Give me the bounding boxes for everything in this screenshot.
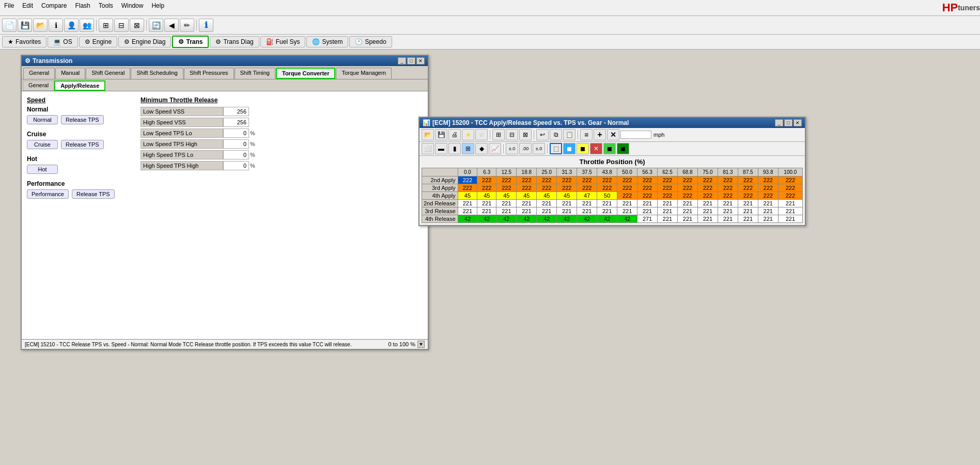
table-cell[interactable]: 222 bbox=[658, 184, 678, 192]
toolbar-user2[interactable]: 👥 bbox=[80, 19, 94, 32]
table-cell[interactable]: 221 bbox=[557, 207, 577, 215]
cruise-btn[interactable]: Cruise bbox=[27, 140, 58, 149]
table-cell[interactable]: 45 bbox=[517, 192, 537, 200]
tcc-grid3-btn[interactable]: ⊠ bbox=[519, 129, 532, 140]
table-cell[interactable]: 222 bbox=[496, 177, 517, 184]
tab-general[interactable]: General bbox=[23, 68, 55, 79]
normal-btn[interactable]: Normal bbox=[27, 115, 58, 124]
table-cell[interactable]: 221 bbox=[778, 207, 802, 215]
sub-tab-general[interactable]: General bbox=[23, 81, 54, 91]
table-cell[interactable]: 42 bbox=[496, 215, 517, 223]
table-cell[interactable]: 222 bbox=[697, 184, 718, 192]
table-cell[interactable]: 222 bbox=[557, 177, 577, 184]
table-cell[interactable]: 222 bbox=[658, 177, 678, 184]
table-cell[interactable]: 222 bbox=[697, 177, 718, 184]
table-cell[interactable]: 222 bbox=[677, 177, 697, 184]
table-cell[interactable]: 221 bbox=[517, 207, 537, 215]
table-cell[interactable]: 222 bbox=[637, 184, 658, 192]
table-cell[interactable]: 221 bbox=[718, 200, 738, 207]
tcc-maximize-btn[interactable]: □ bbox=[784, 119, 792, 126]
table-cell[interactable]: 222 bbox=[477, 184, 496, 192]
hot-btn[interactable]: Hot bbox=[27, 165, 58, 174]
tcc-star2-btn[interactable]: ☆ bbox=[475, 129, 488, 140]
low-speed-tps-high-input[interactable] bbox=[223, 139, 249, 149]
table-cell[interactable]: 222 bbox=[617, 192, 637, 200]
table-cell[interactable]: 221 bbox=[658, 200, 678, 207]
table-cell[interactable]: 221 bbox=[537, 200, 557, 207]
tcc-x-btn[interactable]: ✕ bbox=[607, 129, 619, 140]
tcc-row-btn[interactable]: ▬ bbox=[435, 143, 447, 154]
table-cell[interactable]: 42 bbox=[517, 215, 537, 223]
table-cell[interactable]: 221 bbox=[738, 207, 758, 215]
table-cell[interactable]: 221 bbox=[637, 207, 658, 215]
table-cell[interactable]: 221 bbox=[458, 207, 477, 215]
table-cell[interactable]: 222 bbox=[738, 192, 758, 200]
table-cell[interactable]: 222 bbox=[637, 177, 658, 184]
menu-edit[interactable]: Edit bbox=[18, 1, 37, 14]
table-cell[interactable]: 222 bbox=[738, 184, 758, 192]
table-cell[interactable]: 222 bbox=[718, 177, 738, 184]
table-cell[interactable]: 42 bbox=[537, 215, 557, 223]
table-cell[interactable]: 221 bbox=[537, 207, 557, 215]
performance-release-tps-btn[interactable]: Release TPS bbox=[72, 189, 115, 199]
table-cell[interactable]: 221 bbox=[778, 215, 802, 223]
table-cell[interactable]: 222 bbox=[718, 184, 738, 192]
toolbar-grid[interactable]: ⊞ bbox=[99, 19, 113, 32]
table-cell[interactable]: 221 bbox=[617, 207, 637, 215]
table-cell[interactable]: 221 bbox=[778, 200, 802, 207]
tcc-yellow-btn[interactable]: ◼ bbox=[577, 143, 589, 154]
menu-compare[interactable]: Compare bbox=[37, 1, 71, 14]
table-cell[interactable]: 221 bbox=[677, 200, 697, 207]
table-cell[interactable]: 221 bbox=[718, 207, 738, 215]
table-cell[interactable]: 45 bbox=[458, 192, 477, 200]
tcc-undo-btn[interactable]: ↩ bbox=[536, 129, 549, 140]
table-cell[interactable]: 221 bbox=[496, 207, 517, 215]
table-cell[interactable]: 221 bbox=[758, 215, 778, 223]
navtab-fuel-sys[interactable]: ⛽ Fuel Sys bbox=[260, 36, 306, 47]
table-cell[interactable]: 222 bbox=[617, 184, 637, 192]
table-cell[interactable]: 221 bbox=[658, 207, 678, 215]
table-cell[interactable]: 221 bbox=[658, 215, 678, 223]
status-scroll-btn[interactable]: ▼ bbox=[417, 341, 425, 348]
tcc-grid1-btn[interactable]: ⊞ bbox=[492, 129, 505, 140]
toolbar-new[interactable]: 📄 bbox=[2, 19, 17, 32]
tcc-table-btn[interactable]: ⊞ bbox=[462, 143, 474, 154]
table-cell[interactable]: 45 bbox=[477, 192, 496, 200]
table-cell[interactable]: 221 bbox=[738, 215, 758, 223]
tcc-col-btn[interactable]: ▮ bbox=[448, 143, 461, 154]
table-cell[interactable]: 222 bbox=[758, 192, 778, 200]
tcc-diamond-btn[interactable]: ◆ bbox=[475, 143, 488, 154]
menu-tools[interactable]: Tools bbox=[95, 1, 117, 14]
table-cell[interactable]: 221 bbox=[677, 215, 697, 223]
high-speed-tps-high-input[interactable] bbox=[223, 161, 249, 170]
navtab-engine[interactable]: ⚙ Engine bbox=[79, 36, 117, 47]
table-cell[interactable]: 222 bbox=[697, 192, 718, 200]
tcc-green-btn[interactable]: ◼ bbox=[603, 143, 616, 154]
table-cell[interactable]: 221 bbox=[597, 200, 617, 207]
tcc-grid2-btn[interactable]: ⊟ bbox=[506, 129, 518, 140]
table-cell[interactable]: 221 bbox=[758, 200, 778, 207]
table-cell[interactable]: 221 bbox=[517, 200, 537, 207]
table-cell[interactable]: 221 bbox=[677, 207, 697, 215]
table-cell[interactable]: 47 bbox=[577, 192, 597, 200]
table-cell[interactable]: 221 bbox=[637, 200, 658, 207]
table-cell[interactable]: 221 bbox=[577, 207, 597, 215]
table-cell[interactable]: 222 bbox=[778, 177, 802, 184]
tcc-plus-btn[interactable]: + bbox=[594, 129, 606, 140]
table-cell[interactable]: 222 bbox=[537, 177, 557, 184]
tcc-darkgreen-btn[interactable]: ◼ bbox=[617, 143, 629, 154]
table-cell[interactable]: 42 bbox=[458, 215, 477, 223]
table-cell[interactable]: 42 bbox=[617, 215, 637, 223]
navtab-favorites[interactable]: ★ Favorites bbox=[2, 36, 46, 47]
cruise-release-tps-btn[interactable]: Release TPS bbox=[61, 140, 104, 149]
tcc-select-btn[interactable]: ⬚ bbox=[550, 143, 562, 154]
table-cell[interactable]: 222 bbox=[758, 177, 778, 184]
trans-close-btn[interactable]: ✕ bbox=[416, 57, 425, 65]
navtab-trans-diag[interactable]: ⚙ Trans Diag bbox=[210, 36, 259, 47]
tcc-expand-btn[interactable]: ⬜ bbox=[422, 143, 434, 154]
toolbar-grid2[interactable]: ⊟ bbox=[114, 19, 129, 32]
table-cell[interactable]: 45 bbox=[557, 192, 577, 200]
toolbar-help[interactable]: ℹ bbox=[199, 19, 213, 32]
menu-file[interactable]: File bbox=[0, 1, 18, 14]
toolbar-back[interactable]: ◀ bbox=[164, 19, 179, 32]
